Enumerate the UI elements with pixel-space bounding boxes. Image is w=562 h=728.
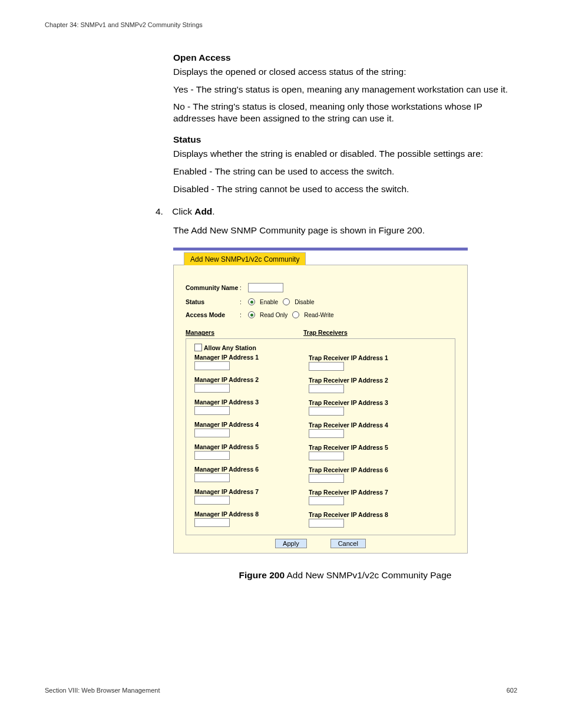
access-readonly-label: Read Only <box>260 312 287 318</box>
manager-ip-input-2[interactable] <box>194 384 230 393</box>
step-click-bold: Add <box>194 206 212 216</box>
manager-ip-5: Manager IP Address 5 <box>194 443 309 460</box>
manager-ip-input-8[interactable] <box>194 518 230 527</box>
manager-ip-input-4[interactable] <box>194 429 230 437</box>
tab-strip: Add New SNMPv1/v2c Community <box>173 252 468 265</box>
footer-section: Section VIII: Web Browser Management <box>45 687 160 694</box>
manager-ip-2: Manager IP Address 2 <box>194 376 309 393</box>
snmp-form-panel: Add New SNMPv1/v2c Community Community N… <box>173 248 468 554</box>
trap-ip-input-2[interactable] <box>309 384 344 393</box>
trap-ip-label-6: Trap Receiver IP Address 6 <box>309 466 447 473</box>
step-click: Click Add. <box>172 206 214 216</box>
manager-ip-input-1[interactable] <box>194 361 230 370</box>
open-access-yes: Yes - The string's status is open, meani… <box>173 84 517 95</box>
allow-any-checkbox[interactable] <box>194 344 202 351</box>
manager-ip-input-3[interactable] <box>194 406 230 415</box>
trap-ip-6: Trap Receiver IP Address 6 <box>309 466 447 483</box>
trap-ip-input-3[interactable] <box>309 407 344 416</box>
manager-ip-label-6: Manager IP Address 6 <box>194 466 309 473</box>
trap-ip-2: Trap Receiver IP Address 2 <box>309 377 447 393</box>
trap-ip-input-1[interactable] <box>309 362 344 371</box>
status-enable-radio[interactable] <box>248 298 255 305</box>
step-following-text: The Add New SNMP Community page is shown… <box>173 225 517 236</box>
step-number: 4. <box>156 206 170 217</box>
trap-ip-1: Trap Receiver IP Address 1 <box>309 354 447 371</box>
manager-ip-label-1: Manager IP Address 1 <box>194 354 309 361</box>
manager-ip-7: Manager IP Address 7 <box>194 488 309 505</box>
status-label: Status <box>186 298 240 305</box>
status-intro: Displays whether the string is enabled o… <box>173 148 517 160</box>
status-disable-radio[interactable] <box>283 298 290 305</box>
step-click-prefix: Click <box>172 206 194 216</box>
managers-header: Managers <box>186 329 303 336</box>
manager-ip-6: Manager IP Address 6 <box>194 466 309 482</box>
open-access-heading: Open Access <box>173 52 517 64</box>
access-readonly-radio[interactable] <box>248 311 255 318</box>
trap-ip-4: Trap Receiver IP Address 4 <box>309 421 447 438</box>
manager-ip-label-2: Manager IP Address 2 <box>194 376 309 383</box>
manager-ip-label-7: Manager IP Address 7 <box>194 488 309 495</box>
manager-ip-input-6[interactable] <box>194 473 230 482</box>
figure-number: Figure 200 <box>239 570 285 580</box>
figure-title: Add New SNMPv1/v2c Community Page <box>285 570 451 580</box>
access-readwrite-radio[interactable] <box>292 311 299 318</box>
trap-ip-label-5: Trap Receiver IP Address 5 <box>309 444 447 451</box>
figure-caption: Figure 200 Add New SNMPv1/v2c Community … <box>173 570 517 581</box>
trap-ip-label-4: Trap Receiver IP Address 4 <box>309 421 447 429</box>
trap-ip-input-5[interactable] <box>309 452 344 460</box>
manager-ip-label-8: Manager IP Address 8 <box>194 510 309 518</box>
status-disabled: Disabled - The string cannot be used to … <box>173 183 517 195</box>
community-name-label: Community Name <box>186 284 240 291</box>
step-click-suffix: . <box>212 206 214 216</box>
manager-ip-1: Manager IP Address 1 <box>194 354 309 370</box>
manager-ip-3: Manager IP Address 3 <box>194 398 309 415</box>
trap-ip-input-8[interactable] <box>309 519 344 528</box>
cancel-button[interactable]: Cancel <box>330 539 366 548</box>
manager-ip-label-4: Manager IP Address 4 <box>194 421 309 428</box>
trap-ip-5: Trap Receiver IP Address 5 <box>309 444 447 460</box>
tab-add-community[interactable]: Add New SNMPv1/v2c Community <box>184 252 306 265</box>
manager-ip-label-3: Manager IP Address 3 <box>194 398 309 406</box>
open-access-intro: Displays the opened or closed access sta… <box>173 66 517 78</box>
trap-ip-input-7[interactable] <box>309 496 344 505</box>
trap-ip-label-8: Trap Receiver IP Address 8 <box>309 511 447 518</box>
trap-receivers-header: Trap Receivers <box>303 329 348 336</box>
footer-page: 602 <box>507 687 517 694</box>
manager-ip-8: Manager IP Address 8 <box>194 510 309 527</box>
trap-ip-8: Trap Receiver IP Address 8 <box>309 511 447 528</box>
chapter-header: Chapter 34: SNMPv1 and SNMPv2 Community … <box>45 21 517 28</box>
trap-ip-label-3: Trap Receiver IP Address 3 <box>309 399 447 406</box>
manager-ip-input-5[interactable] <box>194 451 230 460</box>
trap-ip-7: Trap Receiver IP Address 7 <box>309 489 447 505</box>
access-mode-label: Access Mode <box>186 311 240 318</box>
trap-ip-label-1: Trap Receiver IP Address 1 <box>309 354 447 361</box>
status-disable-label: Disable <box>295 299 314 305</box>
apply-button[interactable]: Apply <box>275 539 307 548</box>
manager-ip-input-7[interactable] <box>194 496 230 505</box>
trap-ip-input-6[interactable] <box>309 474 344 483</box>
status-enable-label: Enable <box>260 299 278 305</box>
manager-ip-label-5: Manager IP Address 5 <box>194 443 309 450</box>
trap-ip-label-7: Trap Receiver IP Address 7 <box>309 489 447 496</box>
allow-any-label: Allow Any Station <box>204 344 256 351</box>
trap-ip-3: Trap Receiver IP Address 3 <box>309 399 447 416</box>
access-readwrite-label: Read-Write <box>304 312 333 318</box>
community-name-input[interactable] <box>248 283 283 292</box>
trap-ip-label-2: Trap Receiver IP Address 2 <box>309 377 447 384</box>
trap-ip-input-4[interactable] <box>309 429 344 438</box>
open-access-no: No - The string's status is closed, mean… <box>173 101 517 124</box>
status-heading: Status <box>173 134 517 146</box>
manager-ip-4: Manager IP Address 4 <box>194 421 309 437</box>
status-enabled: Enabled - The string can be used to acce… <box>173 166 517 177</box>
